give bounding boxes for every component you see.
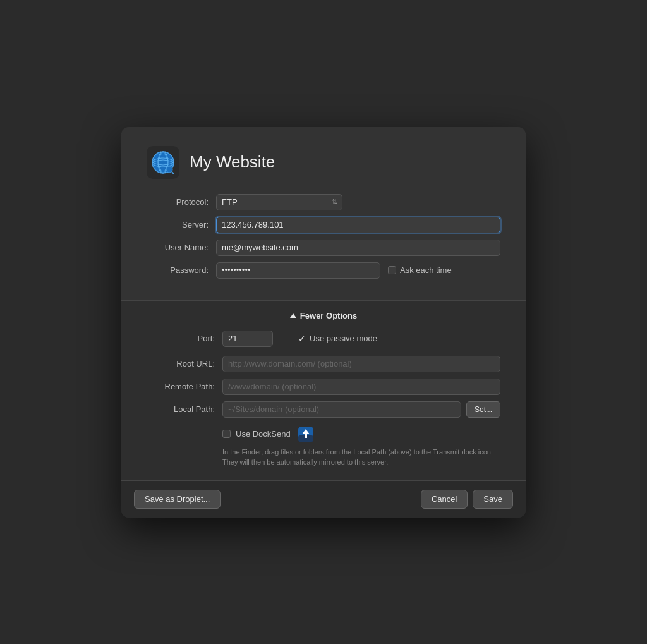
- port-label: Port:: [147, 334, 222, 343]
- save-button[interactable]: Save: [473, 490, 513, 509]
- protocol-row: Protocol: FTP SFTP FTPS S3 ⇅: [147, 194, 500, 210]
- fewer-options-header[interactable]: Fewer Options: [147, 311, 500, 320]
- set-button[interactable]: Set...: [466, 401, 500, 418]
- dialog: My Website Protocol: FTP SFTP FTPS S3 ⇅ …: [121, 127, 526, 518]
- dialog-header: My Website Protocol: FTP SFTP FTPS S3 ⇅ …: [121, 127, 526, 300]
- svg-line-5: [172, 172, 174, 174]
- local-path-input[interactable]: [222, 401, 461, 418]
- passive-mode-container: ✓ Use passive mode: [298, 334, 377, 344]
- fewer-options-label: Fewer Options: [300, 311, 357, 320]
- port-row: Port: ✓ Use passive mode: [147, 331, 500, 347]
- docksend-icon: [296, 424, 316, 444]
- save-as-droplet-button[interactable]: Save as Droplet...: [134, 490, 221, 509]
- root-url-input[interactable]: [222, 356, 500, 372]
- passive-mode-checkmark-icon: ✓: [298, 334, 306, 344]
- ask-each-time-checkbox[interactable]: [388, 266, 396, 274]
- server-label: Server:: [147, 220, 216, 229]
- docksend-label: Use DockSend: [236, 429, 291, 439]
- server-row: Server:: [147, 217, 500, 233]
- site-title-row: My Website: [147, 146, 500, 179]
- remote-path-row: Remote Path:: [147, 379, 500, 395]
- ask-each-time-label: Ask each time: [400, 265, 452, 275]
- local-path-wrapper: Set...: [222, 401, 500, 418]
- docksend-description: In the Finder, drag files or folders fro…: [222, 447, 500, 468]
- username-input[interactable]: [216, 240, 500, 256]
- site-name: My Website: [190, 152, 275, 172]
- protocol-label: Protocol:: [147, 197, 216, 207]
- remote-path-label: Remote Path:: [147, 382, 222, 391]
- footer-right: Cancel Save: [421, 490, 513, 509]
- username-label: User Name:: [147, 243, 216, 252]
- protocol-select-container: FTP SFTP FTPS S3 ⇅: [216, 194, 342, 210]
- options-section: Fewer Options Port: ✓ Use passive mode R…: [121, 301, 526, 480]
- docksend-checkbox[interactable]: [222, 430, 231, 438]
- triangle-up-icon: [290, 313, 296, 318]
- ask-each-time-container: Ask each time: [388, 265, 452, 275]
- root-url-label: Root URL:: [147, 359, 222, 368]
- password-row: Password: Ask each time: [147, 262, 500, 279]
- docksend-row: Use DockSend: [222, 424, 500, 444]
- password-field-area: Ask each time: [216, 262, 500, 279]
- password-input[interactable]: [216, 262, 380, 279]
- port-input[interactable]: [222, 331, 273, 347]
- protocol-select[interactable]: FTP SFTP FTPS S3: [216, 194, 342, 210]
- site-icon: [147, 146, 179, 179]
- password-label: Password:: [147, 265, 216, 275]
- server-input[interactable]: [216, 217, 500, 233]
- username-row: User Name:: [147, 240, 500, 256]
- root-url-row: Root URL:: [147, 356, 500, 372]
- local-path-label: Local Path:: [147, 404, 222, 414]
- footer-left: Save as Droplet...: [134, 490, 221, 509]
- svg-point-4: [166, 166, 172, 173]
- cancel-button[interactable]: Cancel: [421, 490, 468, 509]
- local-path-row: Local Path: Set...: [147, 401, 500, 418]
- passive-mode-label: Use passive mode: [310, 334, 377, 343]
- dialog-footer: Save as Droplet... Cancel Save: [121, 480, 526, 518]
- remote-path-input[interactable]: [222, 379, 500, 395]
